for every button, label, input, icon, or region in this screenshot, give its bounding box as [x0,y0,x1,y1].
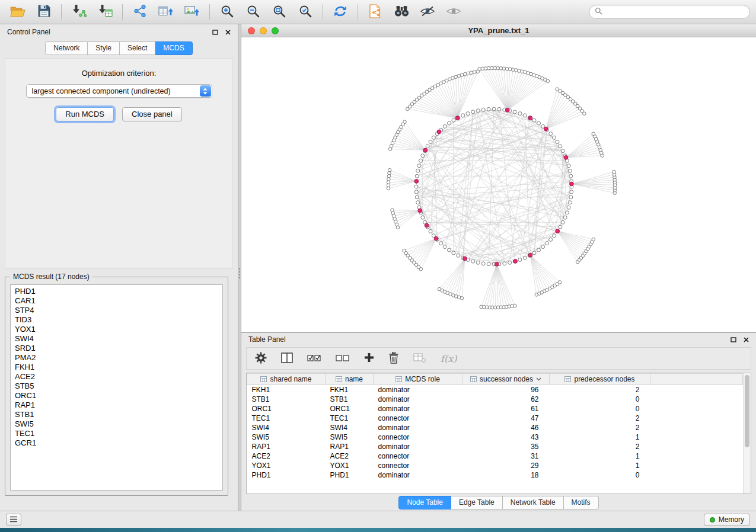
dominator-node[interactable] [437,130,441,134]
dominator-node[interactable] [434,236,438,241]
float-table-panel-button[interactable] [731,337,736,342]
cell-name[interactable]: ORC1 [326,404,374,414]
column-header-MCDS-role[interactable]: MCDS role [374,374,462,385]
cell-shared-name[interactable]: TEC1 [247,414,326,423]
mcds-result-item[interactable]: GCR1 [15,438,218,448]
cell-name[interactable]: FKH1 [326,385,374,395]
mcds-result-item[interactable]: CAR1 [15,296,218,306]
import-table-button[interactable] [93,2,117,22]
table-row[interactable]: TEC1TEC1connector472 [247,414,743,423]
cell-predecessor-nodes[interactable]: 1 [550,451,650,461]
mcds-result-item[interactable]: RAP1 [15,400,218,410]
mcds-result-item[interactable]: TEC1 [15,429,218,438]
table-row[interactable]: SWI4SWI4dominator462 [247,423,743,432]
cell-predecessor-nodes[interactable]: 0 [550,395,650,404]
dominator-node[interactable] [513,259,518,264]
cell-predecessor-nodes[interactable]: 2 [550,414,650,423]
mcds-result-item[interactable]: STB5 [15,382,218,391]
table-settings-button[interactable] [255,352,267,366]
cell-shared-name[interactable]: RAP1 [247,442,326,451]
import-network-button[interactable] [67,2,91,22]
tab-node-table[interactable]: Node Table [398,496,451,509]
cell-successor-nodes[interactable]: 47 [462,414,550,423]
network-from-selection-button[interactable] [363,2,387,22]
cell-mcds-role[interactable]: dominator [374,385,462,395]
column-header-predecessor-nodes[interactable]: predecessor nodes [550,374,650,385]
cell-name[interactable]: TEC1 [326,414,374,423]
zoom-fit-button[interactable] [267,2,291,22]
zoom-window-button[interactable] [272,27,279,34]
find-button[interactable] [390,2,413,22]
dominator-node[interactable] [423,148,428,152]
cell-name[interactable]: RAP1 [326,442,374,451]
mcds-result-item[interactable]: SWI5 [15,419,218,429]
cell-name[interactable]: STB1 [326,395,374,404]
column-header-name[interactable]: name [326,374,374,385]
dominator-node[interactable] [570,182,574,186]
deselect-all-button[interactable] [336,352,350,365]
cell-mcds-role[interactable]: dominator [374,423,462,432]
table-row[interactable]: FKH1FKH1dominator962 [247,385,743,395]
table-row[interactable]: PHD1PHD1dominator180 [247,470,743,480]
cell-predecessor-nodes[interactable]: 0 [550,404,650,414]
zoom-out-button[interactable] [241,2,265,22]
column-header-shared-name[interactable]: shared name [247,374,326,385]
minimize-window-button[interactable] [260,27,267,34]
mcds-result-item[interactable]: STB1 [15,410,218,419]
cell-mcds-role[interactable]: connector [374,451,462,461]
cell-predecessor-nodes[interactable]: 1 [550,461,650,470]
cell-name[interactable]: ACE2 [326,451,374,461]
dominator-node[interactable] [463,257,467,261]
cell-mcds-role[interactable]: connector [374,432,462,442]
tab-network[interactable]: Network [45,41,88,55]
cell-name[interactable]: YOX1 [326,461,374,470]
dominator-node[interactable] [418,209,422,213]
close-panel-action-button[interactable]: Close panel [122,107,182,121]
cell-predecessor-nodes[interactable]: 2 [550,442,650,451]
show-columns-button[interactable] [281,352,293,365]
cell-predecessor-nodes[interactable]: 2 [550,385,650,395]
column-header-successor-nodes[interactable]: successor nodes [462,374,550,385]
dominator-node[interactable] [425,223,429,227]
tab-motifs[interactable]: Motifs [564,496,599,509]
cell-shared-name[interactable]: ACE2 [247,451,326,461]
mcds-result-item[interactable]: ACE2 [15,372,218,382]
run-mcds-button[interactable]: Run MCDS [56,107,114,121]
criterion-select[interactable]: largest connected component (undirected) [26,84,212,98]
cell-shared-name[interactable]: SWI4 [247,423,326,432]
delete-column-button[interactable] [388,352,399,366]
save-session-button[interactable] [32,2,56,22]
cell-predecessor-nodes[interactable]: 0 [550,470,650,480]
float-panel-button[interactable] [212,30,218,35]
dominator-node[interactable] [495,262,499,267]
dominator-node[interactable] [564,156,568,160]
cell-predecessor-nodes[interactable]: 1 [550,432,650,442]
dominator-node[interactable] [556,229,560,233]
dominator-node[interactable] [544,127,548,131]
tab-network-table[interactable]: Network Table [503,496,564,509]
mcds-result-item[interactable]: YOX1 [15,325,218,334]
cell-mcds-role[interactable]: dominator [374,404,462,414]
scrollbar-thumb[interactable] [745,375,749,447]
status-menu-button[interactable] [6,514,21,525]
mcds-result-item[interactable]: SRD1 [15,344,218,353]
dominator-node[interactable] [528,116,532,120]
table-row[interactable]: ACE2ACE2connector311 [247,451,743,461]
memory-button[interactable]: Memory [704,514,750,526]
cell-name[interactable]: SWI4 [326,423,374,432]
cell-successor-nodes[interactable]: 35 [462,442,550,451]
export-table-button[interactable] [154,2,178,22]
mcds-result-item[interactable]: ORC1 [15,391,218,400]
apply-layout-button[interactable] [328,2,352,22]
mcds-result-item[interactable]: STP4 [15,306,218,315]
dominator-node[interactable] [505,108,509,113]
table-row[interactable]: ORC1ORC1dominator610 [247,404,743,414]
cell-successor-nodes[interactable]: 62 [462,395,550,404]
cell-shared-name[interactable]: ORC1 [247,404,326,414]
table-scrollbar[interactable] [743,373,751,493]
mcds-result-item[interactable]: PHD1 [15,287,218,296]
cell-mcds-role[interactable]: dominator [374,442,462,451]
cell-name[interactable]: SWI5 [326,432,374,442]
cell-shared-name[interactable]: STB1 [247,395,326,404]
select-all-button[interactable] [307,352,321,365]
